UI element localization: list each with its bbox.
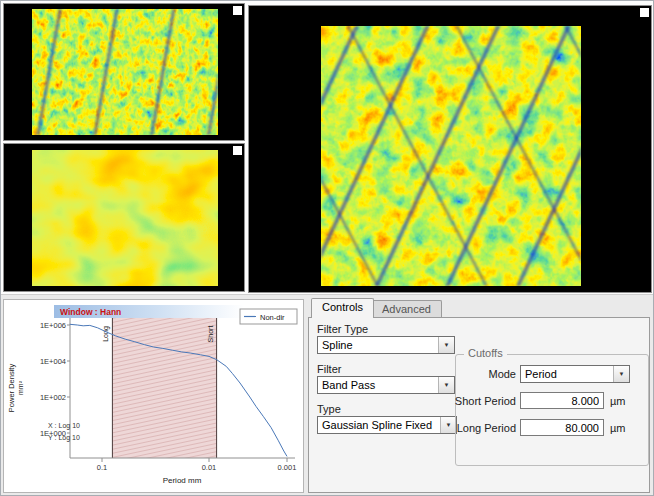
tab-advanced[interactable]: Advanced [371,300,442,318]
x-axis-title: Period mm [163,476,202,485]
short-period-input[interactable] [520,392,604,409]
short-period-unit: µm [610,395,626,407]
dropdown-arrow-icon[interactable]: ▼ [613,366,629,382]
dropdown-arrow-icon[interactable]: ▼ [438,337,454,353]
surface-map-main[interactable] [321,26,581,286]
cutoffs-groupbox: Cutoffs Mode Period ▼ Short Period µm Lo… [455,354,649,466]
long-period-label: Long Period [457,422,516,434]
y-scale-note: Y : Log 10 [48,434,80,442]
surface-heatmap-image [321,26,581,286]
mode-value: Period [521,366,613,382]
short-period-label: Short Period [455,395,516,407]
filter-type-select[interactable]: Spline ▼ [317,336,455,354]
filter-value: Band Pass [318,377,438,393]
filter-type-label: Filter Type [317,323,368,335]
cutoff-band-hatch [112,318,216,458]
surface-heatmap-image [32,150,218,286]
mode-select[interactable]: Period ▼ [520,365,630,383]
x-tick-label: 0.001 [278,463,297,472]
mode-label: Mode [488,368,516,380]
controls-tab-content: Filter Type Spline ▼ Filter Band Pass ▼ … [308,317,650,493]
x-tick-label: 0.1 [97,463,107,472]
surface-analysis-app: Window : Hann Long Short 1E+006 1E+004 1… [0,0,654,496]
psd-chart: Window : Hann Long Short 1E+006 1E+004 1… [4,300,303,492]
window-title: Window : Hann [60,307,121,317]
y-tick-label: 1E+004 [40,357,66,366]
dropdown-arrow-icon[interactable]: ▼ [438,377,454,393]
type-select[interactable]: Gaussian Spline Fixed ▼ [317,416,457,434]
surface-map-detail-2[interactable] [32,150,218,286]
panel-maximize-icon[interactable] [233,6,242,15]
image-panel-top-left[interactable] [3,3,245,141]
surface-map-detail-1[interactable] [32,9,218,135]
filter-label: Filter [317,363,341,375]
image-panel-main[interactable] [248,5,652,293]
y-axis-title-units: mm² [17,380,24,395]
short-cutoff-label: Short [207,326,214,343]
bottom-dock: Window : Hann Long Short 1E+006 1E+004 1… [1,294,654,496]
x-scale-note: X : Log 10 [48,422,80,430]
image-panel-bottom-left[interactable] [3,143,245,292]
type-label: Type [317,403,341,415]
tab-controls[interactable]: Controls [311,298,374,318]
type-value: Gaussian Spline Fixed [318,417,440,433]
cutoffs-legend: Cutoffs [464,347,507,359]
panel-maximize-icon[interactable] [640,8,649,17]
legend-label: Non-dir [260,313,285,322]
y-axis-title: Power Density [7,364,16,413]
psd-chart-panel: Window : Hann Long Short 1E+006 1E+004 1… [3,299,304,493]
long-cutoff-label: Long [102,326,110,342]
y-tick-label: 1E+002 [40,393,66,402]
long-period-unit: µm [610,422,626,434]
filter-select[interactable]: Band Pass ▼ [317,376,455,394]
filter-type-value: Spline [318,337,438,353]
y-tick-label: 1E+006 [40,321,66,330]
long-period-input[interactable] [520,419,604,436]
dropdown-arrow-icon[interactable]: ▼ [440,417,456,433]
surface-heatmap-image [32,9,218,135]
x-tick-label: 0.01 [202,463,217,472]
panel-maximize-icon[interactable] [233,146,242,155]
filter-controls-panel: Controls Advanced Filter Type Spline ▼ F… [307,297,652,495]
